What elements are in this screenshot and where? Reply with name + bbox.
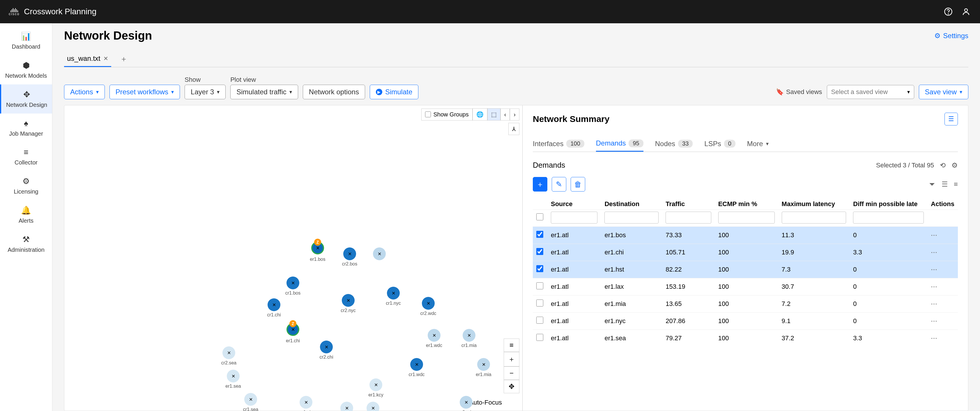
close-icon[interactable]: ✕	[103, 55, 108, 62]
col-diff[interactable]: Diff min possible late	[850, 197, 927, 210]
filter-diff[interactable]	[853, 212, 924, 224]
settings-link[interactable]: ⚙ Settings	[934, 32, 968, 40]
network-options-button[interactable]: Network options	[303, 85, 365, 99]
node-er1-wdc[interactable]: ✕er1.wdc	[428, 329, 441, 342]
node-cr1-wdc[interactable]: ✕cr1.wdc	[410, 358, 423, 371]
preset-workflows-button[interactable]: Preset workflows▾	[110, 85, 180, 99]
nav-left-button[interactable]: ‹	[501, 109, 510, 121]
col-traffic[interactable]: Traffic	[662, 197, 714, 210]
layout-view-button[interactable]: ⬚	[487, 108, 501, 121]
collapse-button[interactable]: ☰	[945, 113, 958, 125]
table-row[interactable]: er1.atler1.bos73.3310011.30⋯	[533, 227, 958, 244]
node-cr1-nyc[interactable]: ✕cr1.nyc	[387, 287, 400, 300]
row-checkbox[interactable]	[536, 334, 543, 341]
node-cr1-chi[interactable]: ✕cr1.chi	[267, 298, 280, 311]
help-icon[interactable]	[943, 6, 953, 17]
col-max-latency[interactable]: Maximum latency	[778, 197, 850, 210]
table-row[interactable]: er1.atler1.hst82.221007.30⋯	[533, 261, 958, 278]
list-view-icon[interactable]: ☰	[942, 180, 948, 188]
row-actions[interactable]: ⋯	[927, 278, 958, 295]
horizontal-scrollbar[interactable]	[533, 347, 958, 352]
node-cr2-wdc[interactable]: ✕cr2.wdc	[422, 297, 435, 310]
row-checkbox[interactable]	[536, 231, 543, 238]
tab-demands[interactable]: Demands 95	[596, 136, 643, 152]
table-row[interactable]: er1.atler1.nyc207.861009.10⋯	[533, 313, 958, 330]
node[interactable]: ✕	[373, 248, 386, 260]
row-checkbox[interactable]	[536, 317, 543, 324]
sidebar-item-licensing[interactable]: ⚙ Licensing	[0, 171, 52, 200]
legend-button[interactable]: ≡	[504, 338, 519, 352]
sidebar-item-dashboard[interactable]: 📊 Dashboard	[0, 26, 52, 55]
tab-more[interactable]: More ▾	[747, 136, 768, 151]
row-actions[interactable]: ⋯	[927, 244, 958, 261]
node-cr2-kcy[interactable]: ✕cr2.kcy	[340, 402, 353, 411]
table-row[interactable]: er1.atler1.mia13.651007.20⋯	[533, 295, 958, 313]
add-tab-button[interactable]: ＋	[117, 51, 130, 67]
file-tab[interactable]: us_wan.txt ✕	[64, 51, 111, 67]
filter-maxlat[interactable]	[782, 212, 846, 224]
sidebar-item-alerts[interactable]: 🔔 Alerts	[0, 200, 52, 229]
row-actions[interactable]: ⋯	[927, 261, 958, 278]
edit-button[interactable]: ✎	[552, 177, 566, 192]
tab-nodes[interactable]: Nodes 33	[655, 136, 693, 151]
tab-lsps[interactable]: LSPs 0	[704, 136, 735, 151]
delete-button[interactable]: 🗑	[571, 177, 585, 192]
col-ecmp[interactable]: ECMP min %	[715, 197, 778, 210]
node-cr2-mia[interactable]: ✕cr2.mia	[460, 396, 473, 409]
show-layer-select[interactable]: Layer 3▾	[185, 85, 226, 99]
filter-ecmp[interactable]	[718, 212, 775, 224]
filter-traffic[interactable]	[665, 212, 711, 224]
table-row[interactable]: er1.atler1.chi105.7110019.93.3⋯	[533, 244, 958, 261]
node-cr1-bos[interactable]: ✕cr1.bos	[286, 276, 299, 289]
node-er1-chi[interactable]: Z✕er1.chi	[286, 323, 299, 336]
node-er1-mia[interactable]: ✕er1.mia	[477, 358, 490, 371]
filter-icon[interactable]: ⏷	[929, 180, 936, 188]
refresh-icon[interactable]: ⟲	[940, 161, 946, 170]
row-actions[interactable]: ⋯	[927, 295, 958, 313]
globe-view-button[interactable]: 🌐	[473, 108, 487, 121]
zoom-out-button[interactable]: −	[504, 367, 519, 380]
node-er1-sjc[interactable]: ✕er1.sjc	[299, 396, 312, 409]
node-cr1-mia[interactable]: ✕cr1.mia	[463, 329, 476, 342]
tree-button[interactable]: ⅄	[508, 123, 519, 135]
node-cr1-kcy[interactable]: ✕cr1.kcy	[367, 402, 379, 411]
node-cr1-sea[interactable]: ✕cr1.sea	[244, 393, 257, 406]
tab-interfaces[interactable]: Interfaces 100	[533, 136, 584, 151]
node-er1-sea[interactable]: ✕er1.sea	[227, 370, 240, 382]
filter-source[interactable]	[551, 212, 597, 224]
filter-destination[interactable]	[605, 212, 659, 224]
nav-right-button[interactable]: ›	[510, 109, 519, 121]
plot-view-select[interactable]: Simulated traffic▾	[230, 85, 298, 99]
show-groups-toggle[interactable]: Show Groups	[421, 109, 472, 121]
col-source[interactable]: Source	[547, 197, 601, 210]
node-cr2-sea[interactable]: ✕cr2.sea	[223, 346, 235, 359]
gear-icon[interactable]: ⚙	[951, 161, 958, 170]
add-button[interactable]: ＋	[533, 177, 547, 192]
user-icon[interactable]	[961, 6, 971, 17]
topology-canvas[interactable]: Show Groups 🌐 ⬚ ‹ › ⅄ ≡ ＋ − ✥	[64, 105, 523, 411]
fit-button[interactable]: ✥	[504, 380, 519, 393]
row-checkbox[interactable]	[536, 300, 543, 306]
sidebar-item-job-manager[interactable]: ♠ Job Manager	[0, 114, 52, 142]
zoom-in-button[interactable]: ＋	[504, 352, 519, 367]
table-row[interactable]: er1.atler1.sea79.2710037.23.3⋯	[533, 330, 958, 347]
node-cr2-bos[interactable]: ✕cr2.bos	[343, 248, 356, 260]
saved-view-select[interactable]: Select a saved view ▾	[827, 85, 914, 99]
sidebar-item-administration[interactable]: ⚒ Administration	[0, 229, 52, 259]
select-all-checkbox[interactable]	[536, 213, 543, 221]
menu-icon[interactable]: ≡	[954, 180, 958, 188]
save-view-button[interactable]: Save view▾	[919, 85, 968, 99]
row-actions[interactable]: ⋯	[927, 330, 958, 347]
simulate-button[interactable]: ▶ Simulate	[370, 85, 418, 99]
node-cr2-nyc[interactable]: ✕cr2.nyc	[342, 294, 355, 307]
actions-button[interactable]: Actions▾	[64, 85, 105, 99]
node-cr2-chi[interactable]: ✕cr2.chi	[320, 341, 333, 353]
row-actions[interactable]: ⋯	[927, 313, 958, 330]
row-checkbox[interactable]	[536, 248, 543, 255]
sidebar-item-network-design[interactable]: ✥ Network Design	[0, 84, 52, 114]
table-row[interactable]: er1.atler1.lax153.1910030.70⋯	[533, 278, 958, 295]
sidebar-item-network-models[interactable]: ⬢ Network Models	[0, 55, 52, 84]
sidebar-item-collector[interactable]: ≡ Collector	[0, 142, 52, 171]
row-checkbox[interactable]	[536, 282, 543, 289]
row-checkbox[interactable]	[536, 265, 543, 272]
